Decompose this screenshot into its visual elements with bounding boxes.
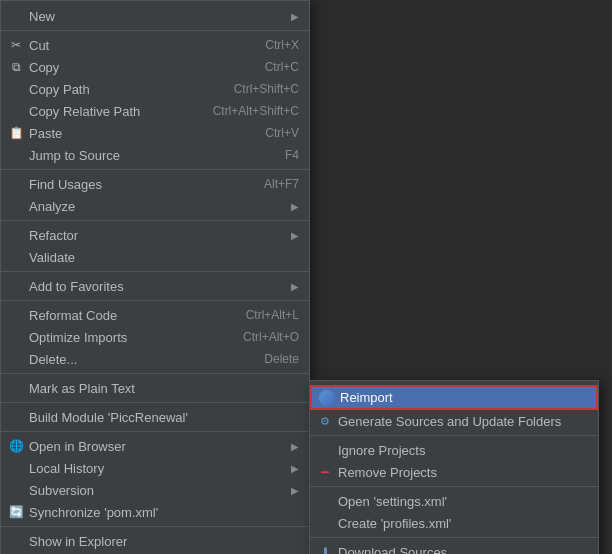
menu-item-synchronize-label: Synchronize 'pom.xml' xyxy=(29,505,299,520)
menu-item-subversion[interactable]: Subversion ▶ xyxy=(1,479,309,501)
menu-item-find-usages[interactable]: Find Usages Alt+F7 xyxy=(1,173,309,195)
separator-5 xyxy=(1,300,309,301)
submenu-item-generate-sources-label: Generate Sources and Update Folders xyxy=(338,414,588,429)
generate-icon: ⚙ xyxy=(316,412,334,430)
menu-item-copy[interactable]: ⧉ Copy Ctrl+C xyxy=(1,56,309,78)
submenu-separator-3 xyxy=(310,537,598,538)
menu-item-copy-label: Copy xyxy=(29,60,245,75)
context-menu: New ▶ ✂ Cut Ctrl+X ⧉ Copy Ctrl+C Copy Pa… xyxy=(0,0,310,554)
menu-item-find-usages-label: Find Usages xyxy=(29,177,244,192)
menu-item-build-module-label: Build Module 'PiccRenewal' xyxy=(29,410,299,425)
menu-item-jump-to-source[interactable]: Jump to Source F4 xyxy=(1,144,309,166)
separator-4 xyxy=(1,271,309,272)
menu-item-open-in-browser[interactable]: 🌐 Open in Browser ▶ xyxy=(1,435,309,457)
menu-item-synchronize[interactable]: 🔄 Synchronize 'pom.xml' xyxy=(1,501,309,523)
submenu-separator-2 xyxy=(310,486,598,487)
browser-icon: 🌐 xyxy=(7,437,25,455)
menu-item-show-in-explorer-label: Show in Explorer xyxy=(29,534,299,549)
separator-8 xyxy=(1,431,309,432)
submenu-item-reimport-label: Reimport xyxy=(340,390,586,405)
menu-item-open-in-browser-arrow: ▶ xyxy=(291,441,299,452)
submenu-separator-1 xyxy=(310,435,598,436)
menu-item-reformat-code[interactable]: Reformat Code Ctrl+Alt+L xyxy=(1,304,309,326)
submenu-item-create-profiles[interactable]: Create 'profiles.xml' xyxy=(310,512,598,534)
menu-item-add-to-favorites[interactable]: Add to Favorites ▶ xyxy=(1,275,309,297)
menu-item-subversion-label: Subversion xyxy=(29,483,283,498)
menu-item-cut[interactable]: ✂ Cut Ctrl+X xyxy=(1,34,309,56)
menu-item-refactor-label: Refactor xyxy=(29,228,283,243)
menu-item-local-history-arrow: ▶ xyxy=(291,463,299,474)
menu-item-delete[interactable]: Delete... Delete xyxy=(1,348,309,370)
menu-item-add-to-favorites-arrow: ▶ xyxy=(291,281,299,292)
menu-item-optimize-imports-label: Optimize Imports xyxy=(29,330,223,345)
menu-item-open-in-browser-label: Open in Browser xyxy=(29,439,283,454)
separator-3 xyxy=(1,220,309,221)
menu-item-analyze-arrow: ▶ xyxy=(291,201,299,212)
menu-item-local-history-label: Local History xyxy=(29,461,283,476)
copy-icon: ⧉ xyxy=(7,58,25,76)
menu-item-paste[interactable]: 📋 Paste Ctrl+V xyxy=(1,122,309,144)
menu-item-jump-to-source-label: Jump to Source xyxy=(29,148,265,163)
menu-item-jump-to-source-shortcut: F4 xyxy=(285,148,299,162)
menu-item-validate-label: Validate xyxy=(29,250,299,265)
menu-item-copy-relative-path-label: Copy Relative Path xyxy=(29,104,193,119)
reimport-icon xyxy=(318,389,336,407)
menu-item-copy-relative-path-shortcut: Ctrl+Alt+Shift+C xyxy=(213,104,299,118)
menu-item-copy-path-label: Copy Path xyxy=(29,82,214,97)
menu-item-new-label: New xyxy=(29,9,283,24)
submenu-item-ignore-projects[interactable]: Ignore Projects xyxy=(310,439,598,461)
separator-2 xyxy=(1,169,309,170)
menu-item-show-in-explorer[interactable]: Show in Explorer xyxy=(1,530,309,552)
submenu-item-ignore-projects-label: Ignore Projects xyxy=(338,443,588,458)
separator-1 xyxy=(1,30,309,31)
remove-icon: – xyxy=(316,463,334,481)
menu-item-reformat-code-label: Reformat Code xyxy=(29,308,226,323)
separator-7 xyxy=(1,402,309,403)
menu-item-mark-plain-text-label: Mark as Plain Text xyxy=(29,381,299,396)
paste-icon: 📋 xyxy=(7,124,25,142)
menu-item-delete-shortcut: Delete xyxy=(264,352,299,366)
menu-item-analyze-label: Analyze xyxy=(29,199,283,214)
submenu-item-download-sources-label: Download Sources xyxy=(338,545,588,555)
menu-item-optimize-imports[interactable]: Optimize Imports Ctrl+Alt+O xyxy=(1,326,309,348)
menu-item-cut-shortcut: Ctrl+X xyxy=(265,38,299,52)
menu-item-paste-label: Paste xyxy=(29,126,245,141)
menu-item-build-module[interactable]: Build Module 'PiccRenewal' xyxy=(1,406,309,428)
menu-item-copy-relative-path[interactable]: Copy Relative Path Ctrl+Alt+Shift+C xyxy=(1,100,309,122)
submenu-item-reimport[interactable]: Reimport xyxy=(310,385,598,410)
submenu-item-open-settings[interactable]: Open 'settings.xml' xyxy=(310,490,598,512)
submenu-item-create-profiles-label: Create 'profiles.xml' xyxy=(338,516,588,531)
menu-item-paste-shortcut: Ctrl+V xyxy=(265,126,299,140)
submenu-item-generate-sources[interactable]: ⚙ Generate Sources and Update Folders xyxy=(310,410,598,432)
menu-item-optimize-imports-shortcut: Ctrl+Alt+O xyxy=(243,330,299,344)
menu-item-copy-shortcut: Ctrl+C xyxy=(265,60,299,74)
menu-item-refactor-arrow: ▶ xyxy=(291,230,299,241)
maven-submenu: Reimport ⚙ Generate Sources and Update F… xyxy=(309,380,599,554)
submenu-item-remove-projects[interactable]: – Remove Projects xyxy=(310,461,598,483)
menu-item-cut-label: Cut xyxy=(29,38,245,53)
menu-item-copy-path-shortcut: Ctrl+Shift+C xyxy=(234,82,299,96)
menu-item-copy-path[interactable]: Copy Path Ctrl+Shift+C xyxy=(1,78,309,100)
menu-item-new[interactable]: New ▶ xyxy=(1,5,309,27)
menu-item-delete-label: Delete... xyxy=(29,352,244,367)
separator-9 xyxy=(1,526,309,527)
submenu-item-open-settings-label: Open 'settings.xml' xyxy=(338,494,588,509)
menu-item-validate[interactable]: Validate xyxy=(1,246,309,268)
menu-item-local-history[interactable]: Local History ▶ xyxy=(1,457,309,479)
submenu-item-download-sources[interactable]: ⬇ Download Sources xyxy=(310,541,598,554)
sync-icon: 🔄 xyxy=(7,503,25,521)
download-sources-icon: ⬇ xyxy=(316,543,334,554)
menu-item-find-usages-shortcut: Alt+F7 xyxy=(264,177,299,191)
separator-6 xyxy=(1,373,309,374)
menu-item-analyze[interactable]: Analyze ▶ xyxy=(1,195,309,217)
menu-item-refactor[interactable]: Refactor ▶ xyxy=(1,224,309,246)
menu-item-subversion-arrow: ▶ xyxy=(291,485,299,496)
menu-item-new-arrow: ▶ xyxy=(291,11,299,22)
menu-item-add-to-favorites-label: Add to Favorites xyxy=(29,279,283,294)
menu-item-mark-plain-text[interactable]: Mark as Plain Text xyxy=(1,377,309,399)
scissors-icon: ✂ xyxy=(7,36,25,54)
menu-item-reformat-code-shortcut: Ctrl+Alt+L xyxy=(246,308,299,322)
submenu-item-remove-projects-label: Remove Projects xyxy=(338,465,588,480)
